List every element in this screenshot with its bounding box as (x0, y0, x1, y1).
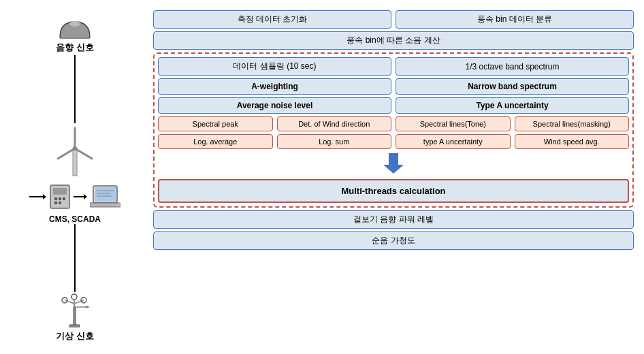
vertical-connector-bottom (74, 224, 76, 292)
row-bottom-2: 순음 가청도 (153, 231, 634, 250)
box-multithread: Multi-threads calculation (158, 179, 629, 203)
box-spectral-masking: Spectral lines(masking) (515, 116, 630, 131)
devices-row (29, 184, 120, 210)
main-container: 음향 신호 (0, 0, 644, 354)
box-tone-audibility: 순음 가청도 (153, 231, 634, 250)
left-panel: 음향 신호 (7, 7, 143, 347)
svg-rect-11 (54, 197, 57, 200)
svg-rect-10 (53, 188, 67, 195)
turbine-group (53, 123, 97, 180)
box-wind-bin-calc: 풍속 bin에 따른 소음 계산 (153, 31, 634, 50)
orange-row-2: Log. average Log. sum type A uncertainty… (158, 134, 629, 149)
box-octave: 1/3 octave band spectrum (396, 57, 629, 76)
arrow-devices-row (29, 184, 120, 210)
dashed-region: 데이터 샘플링 (10 sec) 1/3 octave band spectru… (153, 52, 634, 208)
left-content: 음향 신호 (29, 14, 120, 347)
turbine-icon (54, 125, 95, 179)
arrow-down-container (158, 152, 629, 175)
box-log-avg: Log. average (158, 134, 273, 149)
weather-station-icon (60, 293, 90, 327)
row-4: A-weighting Narrow band spectrum (158, 78, 629, 95)
orange-row-1: Spectral peak Det. of Wind direction Spe… (158, 116, 629, 131)
svg-point-1 (69, 21, 80, 27)
box-det-wind: Det. of Wind direction (277, 116, 392, 131)
row-3: 데이터 샘플링 (10 sec) 1/3 octave band spectru… (158, 57, 629, 76)
arrow-right-icon (29, 191, 46, 202)
svg-rect-2 (73, 148, 77, 176)
svg-rect-14 (54, 202, 57, 204)
svg-line-6 (58, 148, 75, 159)
box-log-sum: Log. sum (277, 134, 392, 149)
box-aweighting: A-weighting (158, 78, 391, 95)
box-sampling: 데이터 샘플링 (10 sec) (158, 57, 391, 76)
arrow-right-icon-2 (74, 191, 87, 202)
weather-signal-label: 기상 신호 (56, 330, 94, 342)
row-5: Average noise level Type A uncertainty (158, 97, 629, 114)
svg-rect-13 (63, 197, 65, 200)
box-narrow-band: Narrow band spectrum (396, 78, 629, 95)
svg-marker-8 (43, 194, 46, 199)
svg-marker-35 (383, 153, 404, 174)
box-spectral-tone: Spectral lines(Tone) (396, 116, 511, 131)
arrow-down-icon (383, 153, 404, 174)
box-type-a: Type A uncertainty (396, 97, 629, 114)
box-avg-noise: Average noise level (158, 97, 391, 114)
box-apparent-power: 겉보기 음향 파워 레벨 (153, 210, 634, 229)
vertical-connector-top (74, 55, 76, 123)
box-type-a-uncertainty: type A uncertainty (396, 134, 511, 149)
box-wind-speed-avg: Wind speed avg. (515, 134, 630, 149)
svg-rect-34 (69, 325, 80, 327)
box-wind-bin-classify: 풍속 bin 데이터 분류 (396, 10, 634, 29)
row-1: 측정 데이터 초기화 풍속 bin 데이터 분류 (153, 10, 634, 29)
box-init-data: 측정 데이터 초기화 (153, 10, 391, 29)
svg-rect-12 (59, 197, 61, 200)
row-bottom-1: 겉보기 음향 파워 레벨 (153, 210, 634, 229)
sound-signal-group: 음향 신호 (54, 17, 95, 55)
svg-marker-17 (84, 194, 87, 199)
dome-icon (58, 18, 92, 39)
svg-line-5 (75, 148, 92, 159)
sound-signal-label: 음향 신호 (56, 42, 94, 54)
svg-rect-19 (95, 187, 116, 202)
svg-point-31 (71, 294, 77, 300)
row-2: 풍속 bin에 따른 소음 계산 (153, 31, 634, 50)
box-spectral-peak: Spectral peak (158, 116, 273, 131)
daq-device-icon (49, 184, 71, 210)
cms-label: CMS, SCADA (49, 214, 101, 224)
right-panel: 측정 데이터 초기화 풍속 bin 데이터 분류 풍속 bin에 따른 소음 계… (150, 7, 637, 347)
svg-rect-15 (59, 202, 61, 204)
laptop-icon (90, 184, 120, 210)
svg-rect-25 (74, 307, 76, 326)
weather-group: 기상 신호 (54, 292, 95, 344)
svg-marker-33 (86, 306, 90, 308)
